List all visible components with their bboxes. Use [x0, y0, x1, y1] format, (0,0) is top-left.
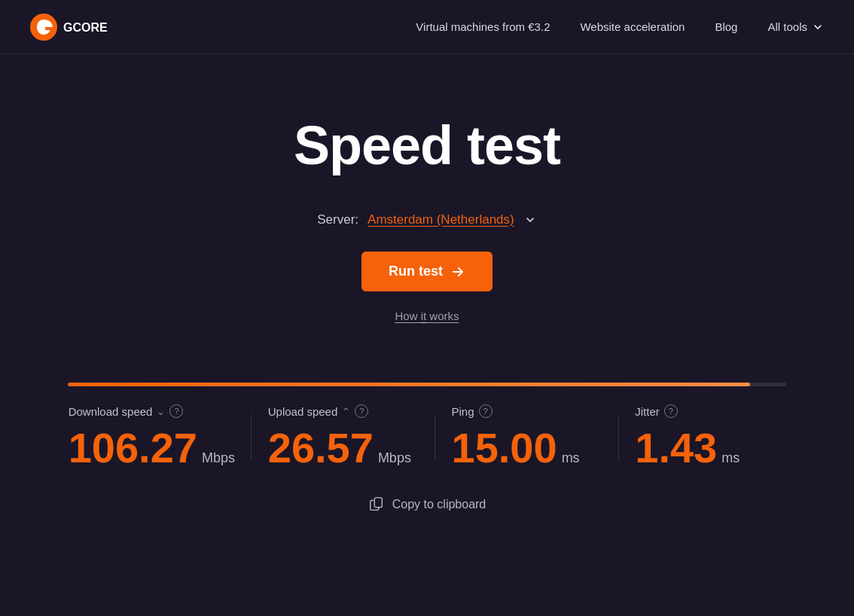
clipboard-icon — [368, 496, 385, 513]
metric-jitter: Jitter ? 1.43 ms — [635, 404, 785, 469]
divider-3 — [618, 414, 619, 459]
server-value[interactable]: Amsterdam (Netherlands) — [368, 212, 514, 227]
upload-value-row: 26.57 Mbps — [268, 427, 411, 469]
upload-question-icon[interactable]: ? — [355, 404, 368, 418]
clipboard-label: Copy to clipboard — [392, 498, 486, 511]
gcore-wordmark: GCORE — [63, 20, 124, 35]
jitter-question-icon[interactable]: ? — [664, 404, 678, 418]
svg-rect-2 — [374, 498, 382, 508]
ping-value-row: 15.00 ms — [451, 427, 579, 469]
run-test-button[interactable]: Run test — [361, 252, 493, 291]
hero-section: Speed test Server: Amsterdam (Netherland… — [0, 54, 854, 367]
ping-value: 15.00 — [451, 427, 557, 469]
metric-download-speed: Download speed ⌄ ? 106.27 Mbps — [69, 404, 235, 469]
how-it-works-text: How it works — [395, 310, 459, 322]
navbar-left: GCORE — [30, 14, 124, 41]
jitter-unit: ms — [721, 450, 740, 466]
logo[interactable]: GCORE — [30, 14, 124, 41]
navbar: GCORE Virtual machines from €3.2 Website… — [0, 0, 854, 54]
copy-to-clipboard-button[interactable]: Copy to clipboard — [368, 496, 486, 513]
download-speed-label: Download speed — [69, 405, 153, 418]
svg-text:GCORE: GCORE — [63, 21, 108, 34]
metric-upload-speed: Upload speed ⌃ ? 26.57 Mbps — [268, 404, 419, 469]
upload-speed-label: Upload speed — [268, 405, 338, 418]
download-speed-value: 106.27 — [69, 427, 197, 469]
jitter-value: 1.43 — [635, 427, 717, 469]
metrics-section: Download speed ⌄ ? 106.27 Mbps Upload sp… — [0, 386, 854, 469]
run-test-label: Run test — [389, 264, 443, 279]
arrow-right-icon — [450, 264, 465, 279]
metric-download-header: Download speed ⌄ ? — [69, 404, 184, 418]
upload-speed-value: 26.57 — [268, 427, 374, 469]
nav-all-tools[interactable]: All tools — [767, 20, 824, 33]
chevron-down-icon — [812, 21, 824, 33]
navbar-right: Virtual machines from €3.2 Website accel… — [416, 20, 824, 33]
ping-question-icon[interactable]: ? — [479, 404, 493, 418]
nav-blog[interactable]: Blog — [715, 20, 737, 33]
upload-sort-icon: ⌃ — [342, 406, 350, 417]
metric-ping: Ping ? 15.00 ms — [451, 404, 602, 469]
nav-website-acceleration[interactable]: Website acceleration — [580, 20, 685, 33]
nav-virtual-machines[interactable]: Virtual machines from €3.2 — [416, 20, 550, 33]
download-question-icon[interactable]: ? — [169, 404, 183, 418]
upload-speed-unit: Mbps — [378, 450, 411, 466]
page-title: Speed test — [294, 114, 560, 176]
jitter-value-row: 1.43 ms — [635, 427, 740, 469]
ping-unit: ms — [562, 450, 580, 466]
metric-upload-header: Upload speed ⌃ ? — [268, 404, 369, 418]
gcore-logo-icon — [30, 14, 57, 41]
jitter-label: Jitter — [635, 405, 660, 418]
divider-2 — [435, 414, 435, 459]
divider-1 — [251, 414, 252, 459]
metric-ping-header: Ping ? — [451, 404, 492, 418]
ping-label: Ping — [451, 405, 474, 418]
download-value-row: 106.27 Mbps — [69, 427, 235, 469]
how-it-works-link[interactable]: How it works — [395, 310, 459, 322]
clipboard-section: Copy to clipboard — [0, 496, 854, 513]
download-speed-unit: Mbps — [202, 450, 235, 466]
all-tools-label: All tools — [767, 20, 807, 33]
server-label: Server: — [317, 212, 358, 227]
server-chevron-icon[interactable] — [523, 213, 537, 227]
metric-jitter-header: Jitter ? — [635, 404, 678, 418]
download-sort-icon: ⌄ — [157, 406, 165, 417]
server-selector: Server: Amsterdam (Netherlands) — [317, 212, 536, 227]
